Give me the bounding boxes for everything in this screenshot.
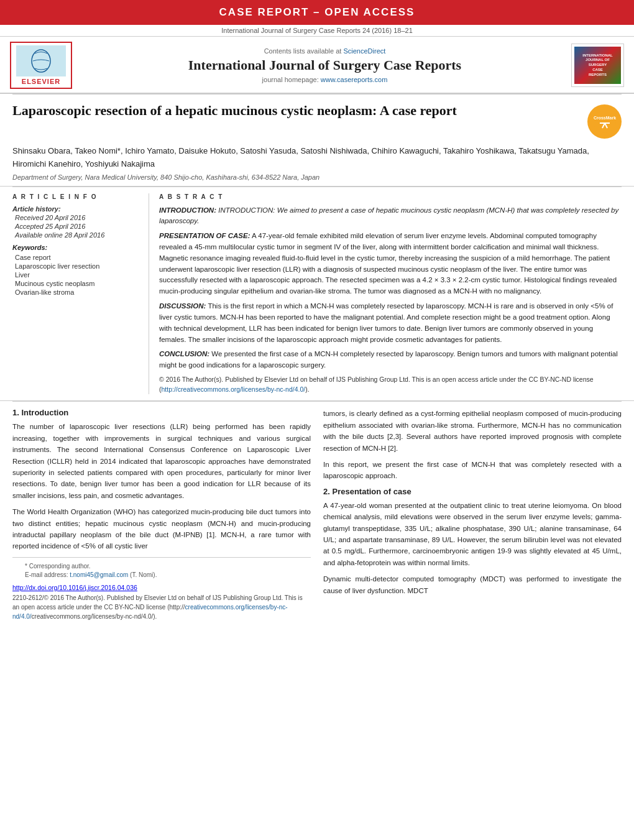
keyword-3: Liver [12, 271, 139, 279]
journal-title: International Journal of Surgery Case Re… [85, 57, 565, 73]
email-link[interactable]: t.nomi45@gmail.com [70, 571, 128, 578]
history-label: Article history: [12, 205, 139, 213]
keyword-4: Mucinous cystic neoplasm [12, 280, 139, 287]
article-info-heading: A R T I C L E I N F O [12, 193, 139, 200]
header-bar: CASE REPORT – OPEN ACCESS [0, 0, 634, 25]
footer-section: * Corresponding author. E-mail address: … [12, 557, 311, 583]
svg-point-2 [594, 111, 616, 133]
elsevier-image [16, 45, 66, 76]
keyword-5: Ovarian-like stroma [12, 288, 139, 296]
crossref-box: INTERNATIONALJOURNAL OFSURGERYCASEREPORT… [571, 44, 624, 87]
sciencedirect-anchor[interactable]: ScienceDirect [343, 47, 385, 55]
section1-p2: The World Health Organization (WHO) has … [12, 506, 311, 552]
journal-homepage: journal homepage: www.casereports.com [85, 76, 565, 83]
body-right: tumors, is clearly defined as a cyst-for… [323, 408, 622, 623]
article-info-col: A R T I C L E I N F O Article history: R… [12, 193, 149, 395]
article-title: Laparoscopic resection of a hepatic muci… [12, 102, 577, 120]
section1-text-right: tumors, is clearly defined as a cyst-for… [323, 408, 622, 481]
section2-p1: A 47-year-old woman presented at the out… [323, 500, 622, 568]
sciencedirect-link: Contents lists available at ScienceDirec… [85, 47, 565, 55]
svg-rect-0 [19, 47, 63, 75]
body-section: 1. Introduction The number of laparoscop… [0, 402, 634, 629]
abstract-discussion: DISCUSSION: This is the first report in … [159, 301, 622, 345]
section2-text: A 47-year-old woman presented at the out… [323, 500, 622, 596]
abstract-intro: INTRODUCTION: INTRODUCTION: We aimed to … [159, 205, 622, 228]
body-left: 1. Introduction The number of laparoscop… [12, 408, 311, 623]
doi-text: International Journal of Surgery Case Re… [221, 27, 413, 34]
article-history: Article history: Received 20 April 2016 … [12, 205, 139, 239]
article-section: Laparoscopic resection of a hepatic muci… [0, 95, 634, 187]
section1-title: 1. Introduction [12, 408, 311, 417]
abstract-conclusion: CONCLUSION: We presented the first case … [159, 349, 622, 371]
received-date: Received 20 April 2016 [12, 214, 139, 221]
journal-center: Contents lists available at ScienceDirec… [85, 47, 565, 83]
copyright-line: © 2016 The Author(s). Published by Elsev… [159, 375, 622, 395]
authors: Shinsaku Obara, Takeo Nomi*, Ichiro Yama… [12, 145, 622, 171]
article-info-abstract: A R T I C L E I N F O Article history: R… [0, 187, 634, 402]
keyword-2: Laparoscopic liver resection [12, 262, 139, 270]
available-date: Available online 28 April 2016 [12, 231, 139, 239]
abstract-presentation: PRESENTATION OF CASE: A 47-year-old fema… [159, 231, 622, 297]
section2-title: 2. Presentation of case [323, 487, 622, 496]
section2-p2: Dynamic multi-detector computed tomograp… [323, 573, 622, 596]
elsevier-label: ELSEVIER [16, 78, 66, 85]
abstract-heading: A B S T R A C T [159, 193, 622, 200]
doi-link[interactable]: http://dx.doi.org/10.1016/j.ijscr.2016.0… [12, 584, 311, 591]
elsevier-logo: ELSEVIER [10, 42, 72, 89]
section1-right-p2: In this report, we present the first cas… [323, 459, 622, 482]
corresponding-author-note: * Corresponding author. [25, 563, 298, 570]
journal-header: ELSEVIER Contents lists available at Sci… [0, 37, 634, 94]
section1-right-p1: tumors, is clearly defined as a cyst-for… [323, 408, 622, 454]
svg-text:CrossMark: CrossMark [593, 116, 615, 120]
section1-text-left: The number of laparoscopic liver resecti… [12, 421, 311, 552]
crossref-badge: INTERNATIONALJOURNAL OFSURGERYCASEREPORT… [571, 44, 624, 87]
affiliation: Department of Surgery, Nara Medical Univ… [12, 173, 622, 181]
keywords-section: Keywords: Case report Laparoscopic liver… [12, 244, 139, 296]
footer-license: 2210-2612/© 2016 The Author(s). Publishe… [12, 593, 311, 621]
keywords-label: Keywords: [12, 244, 139, 251]
header-bar-text: CASE REPORT – OPEN ACCESS [219, 6, 415, 18]
article-title-row: Laparoscopic resection of a hepatic muci… [12, 102, 622, 139]
doi-line: International Journal of Surgery Case Re… [0, 25, 634, 37]
homepage-link[interactable]: www.casereports.com [321, 76, 388, 83]
crossmark-badge: CrossMark [587, 104, 622, 139]
email-note: E-mail address: t.nomi45@gmail.com (T. N… [25, 571, 298, 578]
license-link[interactable]: http://creativecommons.org/licenses/by-n… [162, 385, 306, 393]
doi-footer: http://dx.doi.org/10.1016/j.ijscr.2016.0… [12, 583, 311, 624]
abstract-col: A B S T R A C T INTRODUCTION: INTRODUCTI… [149, 193, 622, 395]
section1-p1: The number of laparoscopic liver resecti… [12, 421, 311, 501]
crossref-image: INTERNATIONALJOURNAL OFSURGERYCASEREPORT… [574, 47, 621, 84]
elsevier-logo-box: ELSEVIER [10, 42, 72, 89]
keyword-1: Case report [12, 254, 139, 261]
accepted-date: Accepted 25 April 2016 [12, 223, 139, 230]
abstract-text: INTRODUCTION: INTRODUCTION: We aimed to … [159, 205, 622, 395]
